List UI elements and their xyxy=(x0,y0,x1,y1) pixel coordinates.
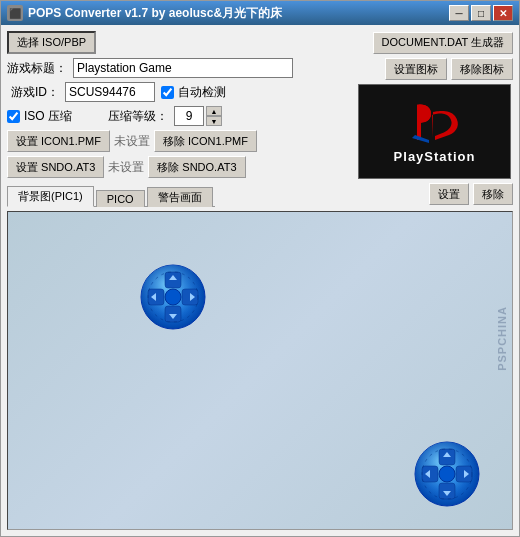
remove-icon1-pmf-button[interactable]: 移除 ICON1.PMF xyxy=(154,130,257,152)
select-iso-button[interactable]: 选择 ISO/PBP xyxy=(7,31,96,54)
preview-area: PSPCHINA xyxy=(7,211,513,530)
svg-point-6 xyxy=(165,289,181,305)
svg-point-18 xyxy=(439,466,455,482)
playstation-preview: PlayStation xyxy=(358,84,511,179)
left-panel: 游戏标题： 游戏ID： 自动检测 ISO 压缩 xyxy=(7,58,354,179)
compress-level-label: 压缩等级： xyxy=(108,108,168,125)
tab-section-header: 背景图(PIC1) PICO 警告画面 设置 移除 xyxy=(7,183,513,207)
main-window: ⬛ POPS Converter v1.7 by aeolusc&月光下的床 ─… xyxy=(0,0,520,537)
compress-level-spinner: ▲ ▼ xyxy=(174,106,222,126)
maximize-button[interactable]: □ xyxy=(471,5,491,21)
iso-compress-checkbox[interactable] xyxy=(7,110,20,123)
icon-btn-row: 设置图标 移除图标 xyxy=(358,58,513,80)
minimize-button[interactable]: ─ xyxy=(449,5,469,21)
psp-watermark: PSPCHINA xyxy=(496,306,508,371)
title-bar: ⬛ POPS Converter v1.7 by aeolusc&月光下的床 ─… xyxy=(1,1,519,25)
set-icon-button[interactable]: 设置图标 xyxy=(385,58,447,80)
spinner-up-button[interactable]: ▲ xyxy=(206,106,222,116)
id-input[interactable] xyxy=(65,82,155,102)
set-icon1-pmf-button[interactable]: 设置 ICON1.PMF xyxy=(7,130,110,152)
icon1-pmf-row: 设置 ICON1.PMF 未设置 移除 ICON1.PMF xyxy=(7,130,354,152)
icon1-pmf-status: 未设置 xyxy=(114,133,150,150)
tab-pico[interactable]: PICO xyxy=(96,190,145,207)
iso-compress-row: ISO 压缩 压缩等级： ▲ ▼ xyxy=(7,106,354,126)
set-sndo-at3-button[interactable]: 设置 SNDO.AT3 xyxy=(7,156,104,178)
remove-sndo-at3-button[interactable]: 移除 SNDO.AT3 xyxy=(148,156,245,178)
close-button[interactable]: ✕ xyxy=(493,5,513,21)
settings-button[interactable]: 设置 xyxy=(429,183,469,205)
tab-bar: 背景图(PIC1) PICO 警告画面 xyxy=(7,185,215,207)
iso-compress-checkbox-row: ISO 压缩 xyxy=(7,108,72,125)
title-row: 游戏标题： xyxy=(7,58,354,78)
remove-button[interactable]: 移除 xyxy=(473,183,513,205)
playstation-text: PlayStation xyxy=(394,149,476,164)
iso-compress-label: ISO 压缩 xyxy=(24,108,72,125)
id-label: 游戏ID： xyxy=(7,84,59,101)
window-title: POPS Converter v1.7 by aeolusc&月光下的床 xyxy=(28,5,282,22)
dpad-icon-1 xyxy=(138,262,208,332)
auto-detect-label: 自动检测 xyxy=(178,84,226,101)
title-controls: ─ □ ✕ xyxy=(449,5,513,21)
ps-logo-svg xyxy=(407,100,462,145)
main-area: 游戏标题： 游戏ID： 自动检测 ISO 压缩 xyxy=(7,58,513,179)
id-row: 游戏ID： 自动检测 xyxy=(7,82,354,102)
preview-inner: PSPCHINA xyxy=(8,212,512,529)
ps-logo: PlayStation xyxy=(394,100,476,164)
title-bar-left: ⬛ POPS Converter v1.7 by aeolusc&月光下的床 xyxy=(7,5,282,22)
auto-detect-checkbox[interactable] xyxy=(161,86,174,99)
compress-level-input[interactable] xyxy=(174,106,204,126)
sndo-at3-status: 未设置 xyxy=(108,159,144,176)
right-panel: 设置图标 移除图标 xyxy=(358,58,513,179)
remove-icon-button[interactable]: 移除图标 xyxy=(451,58,513,80)
tab-action-buttons: 设置 移除 xyxy=(429,183,513,207)
spinner-buttons: ▲ ▼ xyxy=(206,106,222,126)
auto-detect-row: 自动检测 xyxy=(161,84,226,101)
title-label: 游戏标题： xyxy=(7,60,67,77)
app-icon: ⬛ xyxy=(7,5,23,21)
document-dat-button[interactable]: DOCUMENT.DAT 生成器 xyxy=(373,32,513,54)
tab-warning[interactable]: 警告画面 xyxy=(147,187,213,207)
spinner-down-button[interactable]: ▼ xyxy=(206,116,222,126)
tab-pic1[interactable]: 背景图(PIC1) xyxy=(7,186,94,207)
content-area: 选择 ISO/PBP DOCUMENT.DAT 生成器 游戏标题： 游戏ID： xyxy=(1,25,519,536)
dpad-icon-2 xyxy=(412,439,482,509)
select-row: 选择 ISO/PBP DOCUMENT.DAT 生成器 xyxy=(7,31,513,54)
title-input[interactable] xyxy=(73,58,293,78)
sndo-at3-row: 设置 SNDO.AT3 未设置 移除 SNDO.AT3 xyxy=(7,156,354,178)
